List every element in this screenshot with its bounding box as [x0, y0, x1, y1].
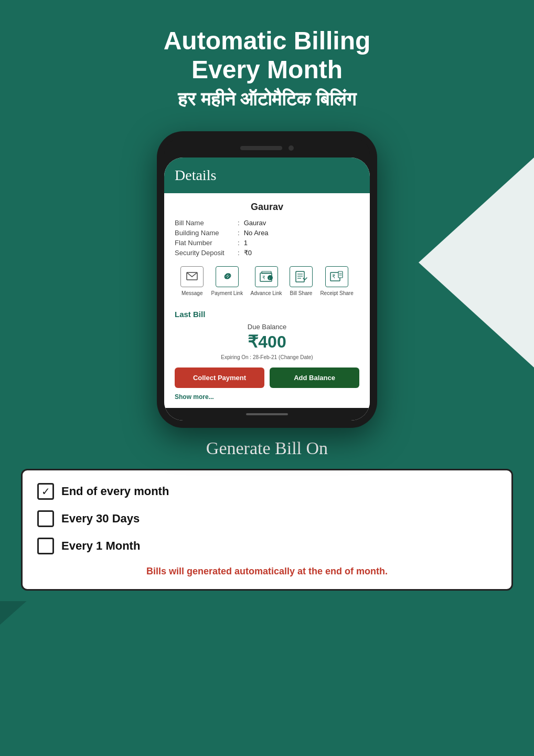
- payment-buttons-row: Collect Payment Add Balance: [175, 368, 359, 388]
- main-title: Automatic Billing Every Month: [164, 26, 371, 84]
- action-bill-share[interactable]: Bill Share: [290, 266, 313, 296]
- phone-mockup: Details Gaurav Bill Name : Gaurav Buildi…: [157, 131, 377, 428]
- phone-notch: [164, 139, 370, 158]
- flat-number-value: 1: [244, 239, 248, 247]
- add-balance-button[interactable]: Add Balance: [270, 368, 359, 388]
- title-line2: Every Month: [191, 56, 343, 83]
- building-name-label: Building Name: [175, 229, 238, 237]
- option-end-of-month[interactable]: ✓ End of every month: [37, 483, 497, 500]
- security-deposit-row: Security Deposit : ₹0: [175, 249, 359, 257]
- header-section: Automatic Billing Every Month हर महीने ऑ…: [153, 0, 381, 121]
- bill-share-label: Bill Share: [290, 290, 313, 296]
- svg-text:↑: ↑: [269, 277, 271, 280]
- home-indicator: [246, 413, 288, 415]
- action-payment-link[interactable]: Payment Link: [211, 266, 243, 296]
- app-title: Details: [175, 167, 359, 184]
- collect-payment-button[interactable]: Collect Payment: [175, 368, 264, 388]
- actions-row: Message Payment Link: [175, 266, 359, 296]
- phone-outer: Details Gaurav Bill Name : Gaurav Buildi…: [157, 131, 377, 428]
- bills-note: Bills will generated automatically at th…: [37, 565, 497, 578]
- change-date-link[interactable]: (Change Date): [279, 354, 313, 360]
- security-deposit-label: Security Deposit: [175, 249, 238, 257]
- svg-text:₹: ₹: [262, 275, 265, 280]
- details-content: Gaurav Bill Name : Gaurav Building Name …: [164, 193, 370, 310]
- generate-bill-title: Generate Bill On: [21, 438, 513, 458]
- option-every-1-month[interactable]: Every 1 Month: [37, 538, 497, 554]
- title-line1: Automatic Billing: [164, 27, 371, 55]
- last-bill-section: Last Bill Due Balance ₹400 Expiring On :…: [164, 310, 370, 408]
- checkbox-every-30-days[interactable]: [37, 510, 54, 527]
- message-label: Message: [181, 290, 203, 296]
- checkbox-every-1-month[interactable]: [37, 538, 54, 554]
- hindi-title: हर महीने ऑटोमैटिक बिलिंग: [164, 88, 371, 110]
- bill-share-icon: [290, 266, 313, 287]
- checkbox-end-of-month[interactable]: ✓: [37, 483, 54, 500]
- bill-name-label: Bill Name: [175, 219, 238, 227]
- svg-rect-2: [262, 271, 271, 274]
- svg-rect-12: [338, 271, 343, 278]
- action-message[interactable]: Message: [180, 266, 204, 296]
- bottom-generate-section: Generate Bill On ✓ End of every month Ev…: [0, 423, 534, 601]
- phone-screen: Details Gaurav Bill Name : Gaurav Buildi…: [164, 158, 370, 421]
- app-header: Details: [164, 158, 370, 193]
- expiry-text: Expiring On : 28-Feb-21 (Change Date): [175, 354, 359, 360]
- payment-link-label: Payment Link: [211, 290, 243, 296]
- notch-dot: [289, 145, 294, 151]
- notch-pill: [240, 146, 282, 150]
- message-icon: [180, 266, 204, 287]
- show-more-link[interactable]: Show more...: [175, 393, 359, 401]
- customer-name: Gaurav: [175, 202, 359, 213]
- options-card: ✓ End of every month Every 30 Days Every…: [21, 469, 513, 590]
- last-bill-title: Last Bill: [175, 310, 359, 319]
- receipt-share-label: Receipt Share: [320, 290, 353, 296]
- security-deposit-value: ₹0: [244, 249, 252, 257]
- flat-number-label: Flat Number: [175, 239, 238, 247]
- due-balance-amount: ₹400: [175, 332, 359, 352]
- building-name-value: No Area: [244, 229, 269, 237]
- bill-name-row: Bill Name : Gaurav: [175, 219, 359, 227]
- option-every-30-days[interactable]: Every 30 Days: [37, 510, 497, 527]
- svg-rect-6: [296, 271, 304, 282]
- phone-home-bar: [164, 408, 370, 421]
- svg-text:₹: ₹: [332, 274, 335, 279]
- due-balance-label: Due Balance: [175, 323, 359, 331]
- bill-name-value: Gaurav: [244, 219, 266, 227]
- flat-number-row: Flat Number : 1: [175, 239, 359, 247]
- option-every-30-days-label: Every 30 Days: [61, 512, 140, 526]
- advance-link-label: Advance Link: [251, 290, 282, 296]
- building-name-row: Building Name : No Area: [175, 229, 359, 237]
- action-receipt-share[interactable]: ₹ Receipt Share: [320, 266, 353, 296]
- action-advance-link[interactable]: ₹ ↑ Advance Link: [251, 266, 282, 296]
- option-every-1-month-label: Every 1 Month: [61, 539, 140, 553]
- bg-triangle-right: [419, 158, 534, 368]
- advance-link-icon: ₹ ↑: [255, 266, 278, 287]
- payment-link-icon: [216, 266, 239, 287]
- expiry-date: Expiring On : 28-Feb-21: [221, 354, 277, 360]
- receipt-share-icon: ₹: [325, 266, 348, 287]
- option-end-of-month-label: End of every month: [61, 485, 169, 498]
